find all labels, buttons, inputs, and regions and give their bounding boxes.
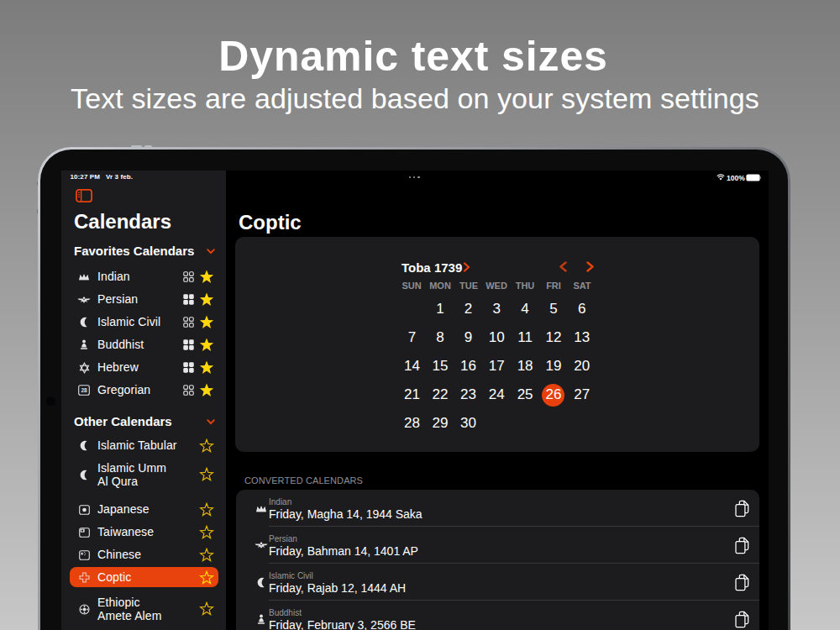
svg-text:28: 28 — [81, 387, 87, 393]
